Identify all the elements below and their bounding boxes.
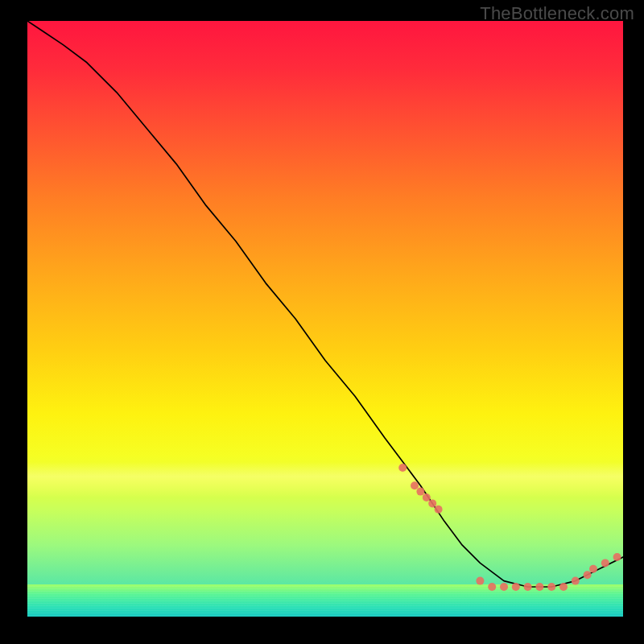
- highlight-dot: [500, 583, 508, 591]
- highlight-dot: [559, 583, 568, 591]
- highlight-dot: [601, 559, 609, 567]
- highlight-dot: [416, 488, 424, 496]
- highlight-dot: [572, 577, 580, 585]
- highlight-dot: [613, 553, 621, 561]
- highlight-dot: [423, 493, 431, 502]
- highlight-dot: [512, 583, 520, 591]
- highlight-dots-group: [398, 464, 621, 591]
- highlight-dot: [589, 565, 597, 573]
- highlight-dot: [411, 481, 419, 489]
- highlight-dot: [547, 583, 555, 591]
- chart-frame: TheBottleneck.com: [0, 0, 644, 644]
- highlight-dot: [584, 571, 592, 579]
- highlight-dot: [435, 506, 443, 514]
- plot-outer: [27, 21, 623, 617]
- highlight-dot: [488, 583, 496, 591]
- highlight-dot: [398, 464, 407, 472]
- bottleneck-curve-path: [27, 21, 623, 587]
- highlight-dot: [428, 499, 436, 507]
- highlight-dot: [476, 577, 484, 585]
- curve-layer: [27, 21, 623, 617]
- highlight-dot: [535, 583, 543, 591]
- highlight-dot: [524, 583, 532, 591]
- plot-area: [27, 21, 623, 617]
